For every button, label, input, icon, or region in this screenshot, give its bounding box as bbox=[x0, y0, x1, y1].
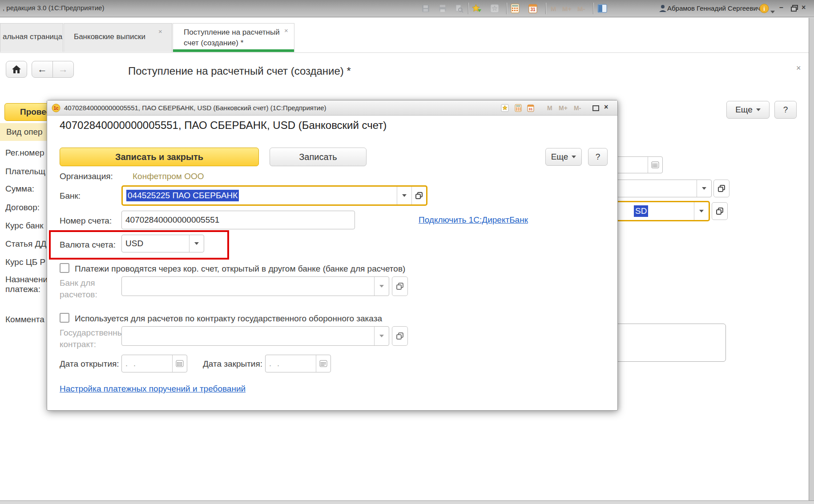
tab-receipt-active[interactable]: Поступление на расчетный счет (создание)… bbox=[173, 23, 294, 52]
close-date-field[interactable]: . . bbox=[265, 355, 331, 372]
tab-home-label: альная страница bbox=[3, 32, 62, 41]
bank-field[interactable]: 044525225 ПАО СБЕРБАНК bbox=[121, 185, 427, 206]
calendar-picker-icon[interactable] bbox=[172, 355, 187, 372]
save-label: Записать bbox=[299, 152, 337, 162]
bg-payer-open-button[interactable] bbox=[713, 180, 729, 197]
bg-label-dds-item: Статья ДД bbox=[5, 239, 46, 249]
dropdown-icon[interactable] bbox=[374, 277, 389, 296]
save-icon[interactable] bbox=[420, 3, 431, 14]
dialog-header: 40702840000000005551, ПАО СБЕРБАНК, USD … bbox=[60, 119, 387, 132]
bg-label-amount: Сумма: bbox=[5, 184, 34, 194]
open-date-label: Дата открытия: bbox=[60, 359, 119, 369]
operation-type-label: Вид опер bbox=[6, 127, 43, 137]
home-button[interactable] bbox=[6, 61, 27, 78]
toolbar-separator bbox=[545, 3, 546, 14]
open-icon[interactable] bbox=[411, 187, 426, 204]
application-window: , редакция 3.0 (1С:Предприятие) 31 M M+ … bbox=[0, 0, 814, 504]
bg-label-purpose-line1: Назначени bbox=[5, 275, 48, 284]
corr-bank-field[interactable] bbox=[121, 276, 389, 296]
dialog-more-button[interactable]: Еще bbox=[545, 148, 582, 166]
back-button[interactable]: ← bbox=[32, 61, 53, 78]
dialog-calendar-icon[interactable]: 31 bbox=[526, 104, 536, 112]
window-bottom-border bbox=[0, 500, 814, 504]
print-preview-icon[interactable] bbox=[454, 3, 464, 14]
calendar-picker-icon[interactable] bbox=[648, 157, 662, 173]
dialog-help-button[interactable]: ? bbox=[588, 148, 608, 166]
post-and-close-button[interactable]: Провес bbox=[4, 103, 49, 121]
dropdown-icon[interactable] bbox=[697, 180, 711, 197]
calendar-icon[interactable]: 31 bbox=[528, 3, 538, 14]
memory-plus-button[interactable]: M+ bbox=[562, 5, 572, 12]
memory-minus-button[interactable]: M- bbox=[577, 5, 585, 12]
dropdown-icon[interactable] bbox=[397, 187, 411, 204]
gov-contract-field[interactable] bbox=[121, 326, 389, 346]
svg-text:1с: 1с bbox=[53, 106, 59, 111]
add-favorite-icon[interactable] bbox=[471, 3, 482, 14]
page-close-icon[interactable]: × bbox=[796, 64, 801, 73]
bg-label-cb-rate: Курс ЦБ Р bbox=[5, 257, 45, 267]
open-date-field[interactable]: . . bbox=[121, 355, 187, 372]
page-title: Поступление на расчетный счет (создание)… bbox=[128, 65, 351, 77]
save-and-close-label: Записать и закрыть bbox=[115, 152, 203, 162]
dialog-close-button[interactable]: × bbox=[604, 103, 608, 111]
directbank-link[interactable]: Подключить 1С:ДиректБанк bbox=[419, 215, 528, 225]
home-icon bbox=[12, 65, 21, 74]
dialog-memory-recall[interactable]: M bbox=[547, 104, 552, 112]
account-number-field[interactable]: 40702840000000005551 bbox=[121, 211, 355, 229]
bg-help-label: ? bbox=[783, 105, 788, 115]
save-and-close-button[interactable]: Записать и закрыть bbox=[60, 148, 259, 166]
tab-home[interactable]: альная страница bbox=[0, 23, 63, 52]
bank-label: Банк: bbox=[60, 191, 81, 201]
forward-icon: → bbox=[58, 64, 68, 75]
svg-text:i: i bbox=[763, 5, 765, 12]
restore-button[interactable] bbox=[789, 3, 800, 14]
print-icon[interactable] bbox=[437, 3, 448, 14]
operation-type-row[interactable]: Вид опер bbox=[0, 123, 49, 141]
tab-bank-statements-label: Банковские выписки bbox=[74, 32, 145, 41]
bg-more-button[interactable]: Еще bbox=[726, 101, 770, 119]
corr-bank-open-button[interactable] bbox=[392, 276, 408, 296]
1c-logo-icon: 1с bbox=[52, 104, 60, 114]
bg-label-comment: Коммента bbox=[5, 315, 44, 324]
info-dropdown-icon[interactable] bbox=[770, 7, 775, 15]
tab-close-icon[interactable]: × bbox=[158, 28, 162, 35]
corr-account-checkbox[interactable] bbox=[60, 263, 69, 273]
current-user-name[interactable]: Абрамов Геннадий Сергеевич bbox=[667, 4, 761, 12]
split-window-icon[interactable] bbox=[597, 3, 608, 14]
defense-contract-checkbox[interactable] bbox=[60, 313, 69, 323]
dialog-help-label: ? bbox=[596, 152, 600, 162]
bg-label-regnumber: Рег.номер bbox=[5, 148, 44, 158]
bg-help-button[interactable]: ? bbox=[774, 101, 797, 119]
dialog-titlebar[interactable]: 1с 40702840000000005551, ПАО СБЕРБАНК, U… bbox=[47, 100, 617, 116]
bg-currency-selected-text: SD bbox=[634, 205, 648, 217]
dialog-favorites-icon[interactable] bbox=[500, 104, 510, 112]
dialog-maximize-button[interactable] bbox=[591, 104, 600, 112]
window-title: , редакция 3.0 (1С:Предприятие) bbox=[3, 4, 104, 12]
corr-account-checkbox-label: Платежи проводятся через кор. счет, откр… bbox=[75, 264, 405, 274]
toolbar-separator bbox=[506, 3, 507, 14]
favorites-icon[interactable] bbox=[489, 3, 500, 14]
minimize-button[interactable]: – bbox=[779, 4, 783, 12]
dialog-memory-minus[interactable]: M- bbox=[574, 104, 581, 112]
account-number-value: 40702840000000005551 bbox=[122, 211, 355, 229]
info-icon[interactable]: i bbox=[759, 3, 770, 14]
organization-value[interactable]: Конфетпром ООО bbox=[133, 172, 204, 181]
bg-currency-open-button[interactable] bbox=[712, 202, 728, 220]
active-tab-indicator bbox=[173, 49, 294, 52]
dialog-calculator-icon[interactable] bbox=[513, 104, 523, 112]
close-window-button[interactable]: × bbox=[802, 4, 806, 12]
dropdown-icon[interactable] bbox=[374, 327, 389, 345]
payment-settings-link[interactable]: Настройка платежных поручений и требован… bbox=[60, 384, 246, 394]
dropdown-icon[interactable] bbox=[694, 202, 709, 220]
dialog-memory-plus[interactable]: M+ bbox=[559, 104, 568, 112]
svg-text:31: 31 bbox=[529, 107, 533, 111]
dialog-more-label: Еще bbox=[551, 152, 568, 162]
save-button[interactable]: Записать bbox=[270, 148, 367, 166]
calendar-picker-icon[interactable] bbox=[316, 355, 330, 372]
tab-bank-statements[interactable]: Банковские выписки × bbox=[64, 23, 172, 52]
calculator-icon[interactable] bbox=[510, 3, 520, 14]
memory-recall-button[interactable]: M bbox=[551, 5, 556, 12]
gov-contract-open-button[interactable] bbox=[392, 326, 408, 346]
tab-close-icon[interactable]: × bbox=[284, 27, 288, 34]
forward-button[interactable]: → bbox=[52, 61, 74, 78]
